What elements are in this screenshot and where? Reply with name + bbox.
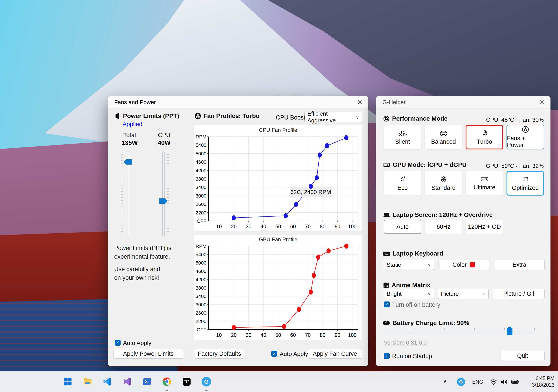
close-icon[interactable]: ✕ xyxy=(355,98,365,107)
cpu-boost-dropdown[interactable]: Efficient Aggressive ∨ xyxy=(305,112,362,122)
cpu-label: CPU xyxy=(153,132,175,139)
file-explorer-button[interactable] xyxy=(83,377,92,386)
wifi-icon[interactable] xyxy=(490,379,497,385)
anime-picture-gif-button[interactable]: Picture / Gif xyxy=(493,289,545,299)
cpu-slider-track[interactable] xyxy=(162,151,165,237)
factory-defaults-button[interactable]: Factory Defaults xyxy=(195,349,244,359)
tidal-icon xyxy=(182,377,192,386)
chevron-down-icon: ∨ xyxy=(427,262,431,267)
keyboard-color-button[interactable]: Color xyxy=(438,260,489,270)
windows-logo-icon xyxy=(63,377,73,386)
mode-button-fans-power[interactable]: Fans + Power xyxy=(506,125,544,150)
total-value: 135W xyxy=(119,139,141,146)
svg-text:3400: 3400 xyxy=(196,293,206,299)
fan-icon xyxy=(522,126,529,133)
screen-button-120hz-od[interactable]: 120Hz + OD xyxy=(466,220,503,234)
mode-button-turbo[interactable]: Turbo xyxy=(466,125,503,150)
power-limits-note-1: Power Limits (PPT) is experimental featu… xyxy=(114,244,171,261)
cpu-fan-chart-panel: CPU Fan Profile102030405060708090100OFF2… xyxy=(194,125,362,231)
svg-text:RPM: RPM xyxy=(196,243,206,249)
svg-text:4600: 4600 xyxy=(196,159,206,165)
color-swatch xyxy=(470,262,475,267)
svg-text:50: 50 xyxy=(276,224,281,229)
gpu-card-icon xyxy=(383,161,390,168)
keyboard-icon xyxy=(383,250,390,257)
anime-battery-checkbox[interactable]: ✓ xyxy=(384,301,390,307)
svg-text:40: 40 xyxy=(261,224,266,229)
powershell-button[interactable] xyxy=(142,377,152,386)
version-link[interactable]: Version: 0.31.0.0 xyxy=(384,339,427,346)
svg-text:60: 60 xyxy=(290,224,296,229)
svg-text:20: 20 xyxy=(231,332,237,338)
vscode-button[interactable] xyxy=(103,377,112,386)
g-helper-taskbar-button[interactable]: G xyxy=(201,377,211,386)
battery-charge-limit-header: Battery Charge Limit: 90% xyxy=(383,319,469,326)
mode-button-silent[interactable]: Silent xyxy=(384,125,421,150)
tray-chevron-up[interactable]: ∧ xyxy=(443,378,447,384)
total-label: Total xyxy=(119,132,141,139)
svg-text:5000: 5000 xyxy=(196,260,206,266)
chevron-down-icon: ∨ xyxy=(356,115,359,120)
svg-text:30: 30 xyxy=(246,224,252,229)
svg-text:60: 60 xyxy=(290,332,296,338)
power-limits-note-2: Use carefully and on your own risk! xyxy=(114,265,160,282)
fan-profiles-header: Fan Profiles: Turbo xyxy=(194,112,260,119)
fan-icon xyxy=(194,112,201,119)
gpu-button-eco[interactable]: Eco xyxy=(384,171,421,196)
g-helper-titlebar[interactable]: G-Helper ✕ xyxy=(376,96,550,108)
quit-button[interactable]: Quit xyxy=(501,351,545,361)
volume-icon[interactable] xyxy=(500,379,508,385)
gpu-button-ultimate[interactable]: Ultimate xyxy=(466,171,503,196)
anime-battery-label: Turn off on battery xyxy=(392,301,440,308)
cpu-fan-chart[interactable]: CPU Fan Profile102030405060708090100OFF2… xyxy=(194,125,362,231)
visual-studio-button[interactable] xyxy=(122,377,132,386)
battery-icon[interactable] xyxy=(511,379,519,385)
svg-text:100: 100 xyxy=(348,332,357,338)
keyboard-mode-dropdown[interactable]: Static ∨ xyxy=(384,260,434,270)
gauge-icon xyxy=(383,115,390,122)
mode-button-balanced[interactable]: Balanced xyxy=(425,125,462,150)
g-helper-running-indicator xyxy=(205,390,208,391)
anime-mode-dropdown[interactable]: Picture ∨ xyxy=(438,289,488,299)
anime-brightness-dropdown[interactable]: Bright ∨ xyxy=(384,289,434,299)
tidal-button[interactable] xyxy=(182,377,192,386)
svg-text:5400: 5400 xyxy=(196,252,206,257)
gpu-mode-header: GPU Mode: iGPU + dGPU xyxy=(383,161,467,168)
language-indicator[interactable]: ENG xyxy=(472,379,483,385)
total-slider-thumb[interactable] xyxy=(124,159,132,165)
cpu-slider-thumb[interactable] xyxy=(159,198,167,204)
start-button[interactable] xyxy=(63,377,73,386)
svg-text:4200: 4200 xyxy=(196,277,206,282)
screen-button-auto[interactable]: Auto xyxy=(384,220,421,234)
fans-window-titlebar[interactable]: Fans and Power ✕ xyxy=(108,96,368,108)
close-icon[interactable]: ✕ xyxy=(537,98,547,107)
bicycle-icon xyxy=(399,129,407,137)
gpu-fan-chart[interactable]: GPU Fan Profile102030405060708090100OFF2… xyxy=(194,235,362,340)
battery-slider-thumb[interactable] xyxy=(507,326,513,335)
svg-text:2200: 2200 xyxy=(196,210,206,216)
g-helper-tray-icon[interactable]: G xyxy=(457,378,465,386)
laptop-keyboard-header: Laptop Keyboard xyxy=(383,250,443,257)
gpu-button-optimized[interactable]: Optimized xyxy=(506,171,544,196)
fan-auto-apply-checkbox[interactable]: ✓ xyxy=(271,351,277,357)
power-auto-apply-label: Auto Apply xyxy=(123,340,151,347)
run-on-startup-checkbox[interactable]: ✓ xyxy=(384,353,390,359)
svg-text:3000: 3000 xyxy=(196,302,206,307)
svg-text:2600: 2600 xyxy=(196,310,206,316)
chrome-button[interactable] xyxy=(162,377,172,386)
svg-text:70: 70 xyxy=(305,332,311,338)
screen-button-60hz[interactable]: 60Hz xyxy=(425,220,462,234)
power-limits-status: Applied xyxy=(122,121,142,128)
apply-fan-curve-button[interactable]: Apply Fan Curve xyxy=(308,349,362,359)
battery-bolt-icon xyxy=(383,320,390,326)
gpu-temp-status: GPU: 50°C - Fan: 32% xyxy=(486,163,544,169)
leaf-icon xyxy=(399,175,406,183)
svg-text:OFF: OFF xyxy=(197,327,206,333)
apply-power-limits-button[interactable]: Apply Power Limits xyxy=(113,349,183,359)
svg-text:40: 40 xyxy=(261,332,266,338)
power-auto-apply-checkbox[interactable]: ✓ xyxy=(115,340,121,346)
gpu-button-standard[interactable]: Standard xyxy=(425,171,462,196)
svg-text:100: 100 xyxy=(348,224,357,229)
keyboard-extra-button[interactable]: Extra xyxy=(494,260,545,270)
clock[interactable]: 6:45 PM 3/18/2023 xyxy=(532,375,555,388)
